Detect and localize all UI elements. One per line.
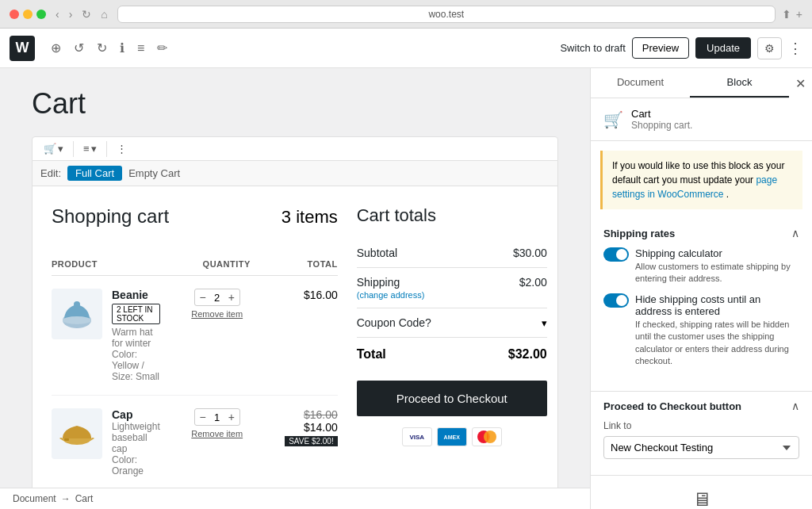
dot-minimize[interactable] xyxy=(23,10,33,19)
qty-increase-cap[interactable]: + xyxy=(228,411,235,423)
remove-beanie[interactable]: Remove item xyxy=(191,309,243,319)
share-btn[interactable]: ⬆ xyxy=(782,8,791,21)
nav-forward[interactable]: › xyxy=(66,6,76,22)
cap-svg xyxy=(58,415,96,453)
calculator-toggle[interactable] xyxy=(603,247,629,262)
breadcrumb-document[interactable]: Document xyxy=(13,493,56,504)
svg-rect-4 xyxy=(64,438,69,441)
url-bar[interactable]: woo.test xyxy=(117,6,776,23)
item-desc-cap: Lightweight baseball cap xyxy=(112,421,160,454)
calculator-label-area: Shipping calculator Allow customers to e… xyxy=(635,247,799,285)
browser-dots xyxy=(10,10,46,19)
qty-num-cap: 1 xyxy=(211,411,224,423)
cart-content: Shopping cart 3 items PRODUCT QUANTITY T… xyxy=(32,186,558,509)
empty-cart-tab[interactable]: Empty Cart xyxy=(128,167,180,179)
add-block-btn[interactable]: ⊕ xyxy=(48,37,64,59)
qty-decrease-cap[interactable]: − xyxy=(200,411,206,423)
align-chevron: ▾ xyxy=(91,143,97,155)
sidebar-tabs-row: Document Block ✕ xyxy=(591,68,812,98)
switch-draft-btn[interactable]: Switch to draft xyxy=(560,42,625,54)
item-name-beanie: Beanie xyxy=(112,289,160,301)
new-tab-btn[interactable]: + xyxy=(796,8,802,21)
dot-maximize[interactable] xyxy=(36,10,46,19)
item-image-beanie xyxy=(52,289,102,339)
sidebar-close-btn[interactable]: ✕ xyxy=(789,70,812,98)
wp-logo[interactable]: W xyxy=(10,36,35,61)
editor-area: Cart 🛒 ▾ ≡ ▾ ⋮ Edit: Full Cart Empty Car… xyxy=(0,68,590,509)
dot-close[interactable] xyxy=(10,10,19,19)
item-qty-cap: − 1 + Remove item xyxy=(170,408,265,438)
cart-icon: 🛒 xyxy=(44,143,56,155)
cart-heading: Shopping cart xyxy=(52,205,169,228)
payment-icons: VISA AMEX xyxy=(357,427,547,446)
breadcrumb-arrow: → xyxy=(61,493,71,504)
more-options-btn[interactable]: ⋮ xyxy=(788,40,802,57)
cart-block-btn[interactable]: 🛒 ▾ xyxy=(39,140,68,157)
hide-toggle[interactable] xyxy=(603,293,629,308)
align-icon: ≡ xyxy=(83,143,90,155)
hide-label-area: Hide shipping costs until an address is … xyxy=(635,293,799,368)
mastercard-icon xyxy=(472,427,502,446)
notice-end: . xyxy=(726,189,729,200)
visa-icon: VISA xyxy=(402,427,432,446)
cart-chevron: ▾ xyxy=(58,143,63,155)
redo-btn[interactable]: ↻ xyxy=(94,37,110,59)
amex-icon: AMEX xyxy=(437,427,467,446)
more-icon: ⋮ xyxy=(117,143,127,155)
settings-btn[interactable]: ⚙ xyxy=(757,37,782,59)
nav-home[interactable]: ⌂ xyxy=(98,6,110,22)
change-address-link[interactable]: (change address) xyxy=(357,290,425,300)
toolbar-tools: ⊕ ↺ ↻ ℹ ≡ ✏ xyxy=(48,37,170,59)
item-badge-beanie: 2 LEFT IN STOCK xyxy=(112,304,160,324)
breadcrumb: Document → Cart xyxy=(0,488,590,509)
hide-desc: If checked, shipping rates will be hidde… xyxy=(635,319,799,368)
qty-increase-beanie[interactable]: + xyxy=(228,291,235,304)
shipping-rates-header[interactable]: Shipping rates ∧ xyxy=(603,227,799,239)
link-to-select[interactable]: New Checkout Testing Default Checkout Cu… xyxy=(603,436,799,459)
checkout-btn-title: Proceed to Checkout button xyxy=(603,400,741,412)
svg-point-2 xyxy=(74,301,80,308)
shipping-rates-toggle[interactable]: ∧ xyxy=(791,227,799,239)
calculator-label: Shipping calculator xyxy=(635,247,799,259)
totals-title: Cart totals xyxy=(357,205,547,226)
preview-btn[interactable]: Preview xyxy=(632,37,689,59)
document-tab[interactable]: Document xyxy=(591,68,690,98)
qty-decrease-beanie[interactable]: − xyxy=(200,291,206,304)
item-details-beanie: Beanie 2 LEFT IN STOCK Warm hat for wint… xyxy=(112,289,160,382)
undo-btn[interactable]: ↺ xyxy=(71,37,87,59)
edit-btn[interactable]: ✏ xyxy=(154,37,170,59)
subtotal-label: Subtotal xyxy=(357,247,397,259)
cart-item-cap: Cap Lightweight baseball cap Color: Oran… xyxy=(52,396,338,490)
remove-cap[interactable]: Remove item xyxy=(191,429,243,438)
checkout-btn-toggle[interactable]: ∧ xyxy=(791,400,799,412)
calculator-toggle-row: Shipping calculator Allow customers to e… xyxy=(603,247,799,285)
update-btn[interactable]: Update xyxy=(695,37,751,59)
shipping-label-text: Shipping xyxy=(357,276,400,289)
edit-tabs: Edit: Full Cart Empty Cart xyxy=(32,161,558,186)
price-current-cap: $14.00 xyxy=(274,421,338,434)
nav-refresh[interactable]: ↻ xyxy=(79,6,94,22)
info-btn[interactable]: ℹ xyxy=(117,37,128,59)
checkout-btn-header[interactable]: Proceed to Checkout button ∧ xyxy=(603,400,799,412)
item-desc-beanie: Warm hat for winter xyxy=(112,327,160,349)
price-original-cap: $16.00 xyxy=(304,408,338,421)
page-title: Cart xyxy=(32,87,558,121)
toolbar-divider-1 xyxy=(73,141,74,157)
checkout-btn[interactable]: Proceed to Checkout xyxy=(357,381,547,416)
cart-item: Beanie 2 LEFT IN STOCK Warm hat for wint… xyxy=(52,276,338,396)
nav-back[interactable]: ‹ xyxy=(52,6,63,22)
hide-toggle-row: Hide shipping costs until an address is … xyxy=(603,293,799,368)
coupon-row[interactable]: Coupon Code? ▾ xyxy=(357,308,547,338)
align-btn[interactable]: ≡ ▾ xyxy=(79,140,102,157)
total-label: Total xyxy=(357,347,386,362)
full-cart-tab[interactable]: Full Cart xyxy=(67,166,122,181)
item-meta-cap: Color: Orange xyxy=(112,454,160,476)
sidebar: Document Block ✕ 🛒 Cart Shopping cart. I… xyxy=(590,68,812,509)
feedback-section: 🖥 Feedback? We are currently working on … xyxy=(591,476,812,509)
block-tab[interactable]: Block xyxy=(690,68,789,98)
calculator-knob xyxy=(616,249,627,260)
checkout-btn-section: Proceed to Checkout button ∧ Link to New… xyxy=(591,392,812,476)
more-block-btn[interactable]: ⋮ xyxy=(112,140,132,157)
list-view-btn[interactable]: ≡ xyxy=(134,38,147,59)
total-value: $32.00 xyxy=(508,347,547,362)
